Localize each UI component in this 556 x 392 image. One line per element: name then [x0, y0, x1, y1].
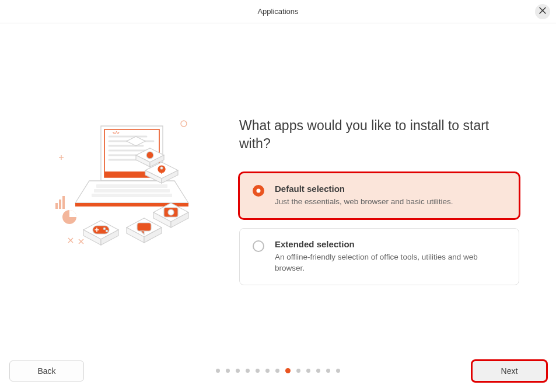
progress-dot [326, 369, 330, 373]
svg-point-29 [146, 152, 153, 159]
page-heading: What apps would you like to install to s… [239, 117, 519, 153]
svg-rect-9 [62, 196, 65, 209]
svg-point-38 [168, 209, 174, 215]
main: </> [0, 23, 556, 295]
option-extended-selection[interactable]: Extended selection An offline-friendly s… [239, 228, 519, 285]
progress-dot [306, 369, 310, 373]
progress-dot [265, 369, 270, 373]
svg-rect-42 [137, 223, 151, 231]
next-button[interactable]: Next [472, 360, 547, 382]
svg-rect-8 [59, 200, 61, 209]
option-title: Default selection [275, 184, 507, 194]
progress-dot [256, 369, 260, 373]
option-default-selection[interactable]: Default selection Just the essentials, w… [239, 173, 519, 219]
close-icon [539, 7, 546, 16]
svg-text:</>: </> [113, 130, 120, 135]
svg-point-51 [106, 230, 107, 232]
header-title: Applications [257, 7, 298, 16]
laptop-apps-illustration: </> [55, 117, 207, 253]
option-description: An offline-friendly selection of office … [275, 251, 507, 274]
option-text: Extended selection An offline-friendly s… [275, 239, 507, 274]
progress-dot [285, 368, 291, 373]
progress-dot [296, 369, 300, 373]
svg-rect-7 [55, 203, 58, 209]
radio-icon [253, 240, 264, 252]
svg-point-33 [160, 167, 163, 169]
footer: Back Next [0, 360, 556, 382]
progress-dots [216, 369, 340, 373]
svg-point-50 [103, 228, 105, 229]
option-text: Default selection Just the essentials, w… [275, 184, 507, 208]
close-button[interactable] [535, 4, 550, 19]
progress-dot [316, 369, 320, 373]
progress-dot [275, 369, 279, 373]
illustration-column: </> [23, 117, 239, 295]
radio-icon [253, 185, 264, 197]
progress-dot [236, 369, 240, 373]
svg-rect-25 [92, 194, 172, 197]
svg-point-6 [181, 121, 187, 127]
back-button[interactable]: Back [9, 360, 84, 382]
progress-dot [226, 369, 230, 373]
option-description: Just the essentials, web browser and bas… [275, 196, 507, 208]
progress-dot [216, 369, 220, 373]
header: Applications [0, 0, 556, 23]
option-title: Extended selection [275, 239, 507, 249]
svg-rect-24 [94, 189, 170, 192]
progress-dot [336, 369, 340, 373]
progress-dot [246, 369, 250, 373]
content-column: What apps would you like to install to s… [239, 117, 519, 295]
svg-rect-23 [96, 184, 167, 188]
